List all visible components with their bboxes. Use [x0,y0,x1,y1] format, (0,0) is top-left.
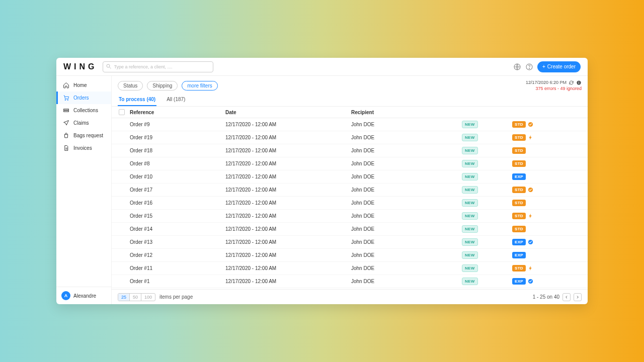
claims-icon [63,120,69,126]
status-badge: NEW [462,264,478,272]
cell-reference: Order #16 [130,200,225,206]
cell-reference: Order #1 [130,279,225,284]
info-icon[interactable] [576,80,582,85]
filter-toolbar: Status Shipping more filters 12/17/2020 … [112,76,588,94]
shipping-badge: STD [512,200,526,206]
col-date[interactable]: Date [225,110,351,115]
select-all-checkbox[interactable] [119,109,125,115]
cell-reference: Order #8 [130,161,225,166]
cell-reference: Order #10 [130,174,225,179]
cell-recipient: John DOE [351,200,462,206]
cell-recipient: John DOE [351,187,462,193]
last-sync-time: 12/17/2020 6:20 PM [526,80,567,86]
cell-date: 12/17/2020 - 12:00 AM [225,122,351,127]
table-row[interactable]: Order #112/17/2020 - 12:00 AMJohn DOENEW… [112,275,588,288]
status-badge: NEW [462,238,478,246]
svg-point-5 [65,100,66,101]
svg-point-0 [107,64,110,67]
status-badge: NEW [462,251,478,259]
page-size-option-50[interactable]: 50 [130,294,141,301]
shipping-badge: EXP [512,252,526,258]
col-reference[interactable]: Reference [130,110,225,115]
main: Status Shipping more filters 12/17/2020 … [112,76,588,304]
app-window: WING + Create order HomeOrdersCollection… [56,58,588,304]
page-size-option-100[interactable]: 100 [141,294,155,301]
invoice-icon [63,145,69,151]
cell-reference: Order #19 [130,135,225,140]
status-badge: NEW [462,278,478,285]
sidebar-item-bags-request[interactable]: Bags request [56,129,111,142]
shipping-badge: EXP [512,239,526,245]
table-row[interactable]: Order #1312/17/2020 - 12:00 AMJohn DOENE… [112,236,588,249]
table-row[interactable]: Order #1912/17/2020 - 12:00 AMJohn DOENE… [112,131,588,144]
sidebar-item-orders[interactable]: Orders [56,92,111,104]
cell-date: 12/17/2020 - 12:00 AM [225,239,351,245]
filter-more[interactable]: more filters [182,81,217,90]
table-row[interactable]: Order #1612/17/2020 - 12:00 AMJohn DOENE… [112,197,588,210]
status-badge: NEW [462,134,478,141]
shipping-badge: STD [512,265,526,272]
cell-date: 12/17/2020 - 12:00 AM [225,187,351,193]
filter-shipping[interactable]: Shipping [147,81,178,90]
table-row[interactable]: Order #812/17/2020 - 12:00 AMJohn DOENEW… [112,157,588,170]
cell-recipient: John DOE [351,135,462,140]
table-row[interactable]: Order #912/17/2020 - 12:00 AMJohn DOENEW… [112,118,588,131]
table-row[interactable]: Order #1412/17/2020 - 12:00 AMJohn DOENE… [112,223,588,236]
verified-icon [528,187,533,193]
shipping-badge: STD [512,226,526,232]
svg-point-4 [529,68,529,68]
cell-reference: Order #9 [130,122,225,127]
cell-date: 12/17/2020 - 12:00 AM [225,265,351,271]
create-order-button[interactable]: + Create order [537,61,581,72]
status-badge: NEW [462,173,478,180]
help-icon[interactable] [525,63,533,71]
error-summary[interactable]: 375 errors - 49 ignored [526,86,582,92]
filter-status[interactable]: Status [118,81,143,90]
sidebar-item-label: Collections [73,108,98,113]
page-size-option-25[interactable]: 25 [118,294,130,301]
shipping-badge: STD [512,147,526,154]
orders-table: Reference Date Recipient Order #912/17/2… [112,107,588,289]
cell-recipient: John DOE [351,239,462,245]
sidebar-item-label: Home [73,82,87,88]
flash-icon [528,265,533,271]
cell-reference: Order #17 [130,187,225,193]
search-icon [106,63,112,69]
sidebar-item-claims[interactable]: Claims [56,117,111,129]
cell-recipient: John DOE [351,161,462,166]
svg-line-1 [109,67,111,68]
cell-date: 12/17/2020 - 12:00 AM [225,213,351,219]
tab-to-process[interactable]: To process (40) [118,94,156,106]
status-badge: NEW [462,186,478,194]
avatar: A [61,291,70,300]
bag-icon [63,132,69,139]
table-row[interactable]: Order #1812/17/2020 - 12:00 AMJohn DOENE… [112,144,588,157]
table-row[interactable]: Order #1212/17/2020 - 12:00 AMJohn DOENE… [112,249,588,262]
svg-point-11 [579,81,579,82]
cell-date: 12/17/2020 - 12:00 AM [225,148,351,153]
prev-page-button[interactable] [562,293,571,301]
table-header: Reference Date Recipient [112,107,588,118]
refresh-icon[interactable] [569,80,574,85]
status-badge: NEW [462,199,478,207]
cell-reference: Order #18 [130,148,225,153]
cell-date: 12/17/2020 - 12:00 AM [225,161,351,166]
status-badge: NEW [462,212,478,220]
status-block: 12/17/2020 6:20 PM 375 errors - 49 ignor… [526,80,582,92]
shipping-badge: EXP [512,278,526,285]
cell-recipient: John DOE [351,213,462,219]
sidebar-item-invoices[interactable]: Invoices [56,142,111,154]
table-row[interactable]: Order #1512/17/2020 - 12:00 AMJohn DOENE… [112,210,588,223]
col-recipient[interactable]: Recipient [351,110,462,115]
table-row[interactable]: Order #1012/17/2020 - 12:00 AMJohn DOENE… [112,170,588,184]
globe-icon[interactable] [513,63,521,71]
verified-icon [528,239,533,245]
next-page-button[interactable] [574,293,582,301]
sidebar-item-home[interactable]: Home [56,79,111,92]
sidebar-user[interactable]: A Alexandre [56,287,111,304]
sidebar-item-collections[interactable]: Collections [56,104,111,117]
tab-all[interactable]: All (187) [166,94,186,106]
table-row[interactable]: Order #1712/17/2020 - 12:00 AMJohn DOENE… [112,184,588,197]
search-input[interactable] [103,61,213,72]
table-row[interactable]: Order #1112/17/2020 - 12:00 AMJohn DOENE… [112,262,588,275]
